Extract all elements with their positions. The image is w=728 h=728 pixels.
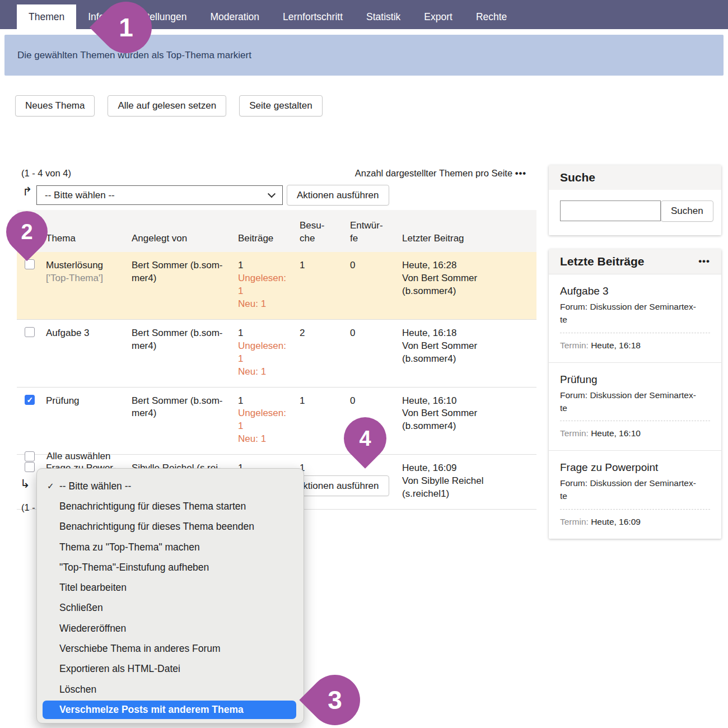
apply-selection-arrow-icon: ↳ bbox=[20, 477, 30, 491]
annotation-marker-4: 4 bbox=[335, 408, 395, 468]
col-header-beitraege: Beiträge bbox=[238, 232, 300, 245]
visits-count: 1 bbox=[300, 259, 350, 311]
col-header-besuche: Besu- che bbox=[300, 220, 350, 245]
execute-actions-button-top[interactable]: Aktionen ausführen bbox=[287, 185, 389, 206]
drafts-count: 0 bbox=[350, 327, 402, 379]
last-post-author[interactable]: Von Bert Sommer (b.sommer4) bbox=[402, 408, 477, 431]
termin-value: Heute, 16:10 bbox=[591, 428, 641, 438]
actions-dropdown-menu: ✓-- Bitte wählen -- Benachrichtigung für… bbox=[36, 468, 304, 724]
toolbar: Neues Thema Alle auf gelesen setzen Seit… bbox=[15, 95, 323, 116]
menu-item-loeschen[interactable]: Löschen bbox=[37, 679, 304, 699]
table-row: Musterlösung['Top-Thema'] Bert Sommer (b… bbox=[17, 252, 536, 320]
menu-item-titel-bearbeiten[interactable]: Titel bearbeiten bbox=[37, 577, 304, 598]
latest-post-title[interactable]: Frage zu Powerpoint bbox=[560, 461, 710, 474]
tab-lernfortschritt[interactable]: Lernfortschritt bbox=[271, 4, 354, 29]
menu-item-top-thema-aufheben[interactable]: "Top-Thema"-Einstufung aufheben bbox=[37, 557, 304, 577]
table-row: Prüfung Bert Sommer (b.som- mer4) 1Ungel… bbox=[17, 388, 536, 455]
table-row: Aufgabe 3 Bert Sommer (b.som- mer4) 1Ung… bbox=[17, 320, 536, 388]
posts-count: 1 bbox=[238, 259, 294, 272]
per-page-more-icon[interactable]: ••• bbox=[515, 168, 526, 178]
visits-count: 2 bbox=[300, 327, 350, 379]
latest-post-title[interactable]: Prüfung bbox=[560, 374, 710, 386]
menu-item-schliessen[interactable]: Schließen bbox=[37, 598, 304, 618]
list-item: Frage zu Powerpoint Forum: Diskussion de… bbox=[549, 450, 721, 539]
row-checkbox[interactable] bbox=[25, 462, 35, 472]
new-count: Neu: 1 bbox=[238, 433, 294, 446]
menu-item-verschmelze-posts[interactable]: Verschmelze Posts mit anderem Thema bbox=[43, 701, 296, 719]
last-post-time: Heute, 16:28 bbox=[402, 259, 531, 272]
menu-item-exportieren-html[interactable]: Exportieren als HTML-Datei bbox=[37, 659, 304, 679]
last-post-author[interactable]: Von Sibylle Reichel (s.reichel1) bbox=[402, 475, 484, 499]
search-input[interactable] bbox=[560, 200, 661, 221]
search-button[interactable]: Suchen bbox=[661, 200, 713, 222]
topics-table: Thema Angelegt von Beiträge Besu- che En… bbox=[17, 210, 536, 510]
termin-label: Termin: bbox=[560, 340, 589, 350]
unread-count: Ungelesen: 1 bbox=[238, 340, 294, 366]
created-by: Bert Sommer (b.som- mer4) bbox=[132, 259, 238, 311]
menu-item-verschiebe-thema[interactable]: Verschiebe Thema in anderes Forum bbox=[37, 638, 304, 659]
topic-title[interactable]: Prüfung bbox=[46, 395, 80, 406]
created-by: Bert Sommer (b.som- mer4) bbox=[132, 327, 238, 379]
action-select-value: -- Bitte wählen -- bbox=[45, 190, 115, 201]
list-item: Prüfung Forum: Diskussion der Seminartex… bbox=[549, 362, 721, 451]
termin-label: Termin: bbox=[560, 517, 589, 526]
posts-count: 1 bbox=[238, 395, 294, 408]
select-all-label: Alle auswählen bbox=[46, 451, 110, 462]
new-topic-button[interactable]: Neues Thema bbox=[15, 95, 95, 116]
apply-selection-arrow-icon: ↱ bbox=[22, 185, 32, 198]
latest-post-title[interactable]: Aufgabe 3 bbox=[560, 285, 710, 297]
last-post-time: Heute, 16:18 bbox=[402, 327, 531, 340]
termin-value: Heute, 16:18 bbox=[591, 340, 641, 350]
unread-count: Ungelesen: 1 bbox=[238, 272, 294, 298]
latest-posts-panel: Letzte Beiträge ••• Aufgabe 3 Forum: Dis… bbox=[549, 249, 721, 539]
list-item: Aufgabe 3 Forum: Diskussion der Seminart… bbox=[549, 274, 721, 362]
latest-post-forum: Forum: Diskussion der Seminartex- te bbox=[560, 477, 710, 503]
tab-moderation[interactable]: Moderation bbox=[198, 4, 271, 29]
select-all-row: Alle auswählen bbox=[25, 451, 110, 462]
chevron-down-icon bbox=[268, 190, 276, 198]
row-checkbox-checked[interactable] bbox=[25, 395, 35, 405]
search-panel-title: Suche bbox=[560, 171, 595, 184]
new-count: Neu: 1 bbox=[238, 366, 294, 379]
latest-posts-more-icon[interactable]: ••• bbox=[698, 256, 710, 267]
latest-post-forum: Forum: Diskussion der Seminartex- te bbox=[560, 389, 710, 415]
row-checkbox[interactable] bbox=[25, 327, 35, 337]
last-post-time: Heute, 16:10 bbox=[402, 395, 531, 408]
new-count: Neu: 1 bbox=[238, 298, 294, 311]
check-icon: ✓ bbox=[47, 481, 54, 491]
menu-item-wiedereroeffnen[interactable]: Wiedereröffnen bbox=[37, 618, 304, 638]
menu-item-benachrichtigung-starten[interactable]: Benachrichtigung für dieses Thema starte… bbox=[37, 496, 304, 516]
action-select-top[interactable]: -- Bitte wählen -- bbox=[36, 185, 283, 205]
termin-label: Termin: bbox=[560, 428, 589, 438]
menu-item-bitte-waehlen[interactable]: ✓-- Bitte wählen -- bbox=[37, 476, 304, 496]
col-header-letzter-beitrag: Letzter Beitrag bbox=[402, 232, 536, 245]
mark-all-read-button[interactable]: Alle auf gelesen setzen bbox=[108, 95, 226, 116]
menu-item-top-thema-machen[interactable]: Thema zu "Top-Thema" machen bbox=[37, 537, 304, 557]
design-page-button[interactable]: Seite gestalten bbox=[239, 95, 322, 116]
annotation-marker-3: 3 bbox=[299, 664, 370, 728]
table-header-row: Thema Angelegt von Beiträge Besu- che En… bbox=[17, 210, 536, 252]
col-header-angelegt-von: Angelegt von bbox=[132, 232, 238, 245]
menu-item-benachrichtigung-beenden[interactable]: Benachrichtigung für dieses Thema beende… bbox=[37, 517, 304, 537]
last-post-author[interactable]: Von Bert Sommer (b.sommer4) bbox=[402, 273, 477, 296]
tab-statistik[interactable]: Statistik bbox=[354, 4, 412, 29]
tab-export[interactable]: Export bbox=[412, 4, 464, 29]
drafts-count: 0 bbox=[350, 259, 402, 311]
last-post-author[interactable]: Von Bert Sommer (b.sommer4) bbox=[402, 340, 477, 364]
latest-post-forum: Forum: Diskussion der Seminartex- te bbox=[560, 300, 710, 326]
topic-title[interactable]: Aufgabe 3 bbox=[46, 328, 90, 338]
search-panel: Suche Suchen bbox=[549, 165, 721, 235]
termin-value: Heute, 16:09 bbox=[591, 517, 641, 526]
select-all-checkbox[interactable] bbox=[25, 451, 35, 461]
visits-count: 1 bbox=[300, 395, 350, 446]
unread-count: Ungelesen: 1 bbox=[238, 407, 294, 433]
topic-title[interactable]: Musterlösung bbox=[46, 260, 103, 270]
per-page-control[interactable]: Anzahl dargestellter Themen pro Seite ••… bbox=[355, 168, 526, 179]
tab-rechte[interactable]: Rechte bbox=[464, 4, 519, 29]
last-post-time: Heute, 16:09 bbox=[402, 462, 531, 475]
pagination-top: (1 - 4 von 4) bbox=[21, 168, 71, 179]
latest-posts-title: Letzte Beiträge bbox=[560, 255, 645, 268]
created-by: Bert Sommer (b.som- mer4) bbox=[132, 395, 238, 446]
tab-themen[interactable]: Themen bbox=[17, 4, 76, 29]
col-header-thema: Thema bbox=[46, 232, 132, 245]
